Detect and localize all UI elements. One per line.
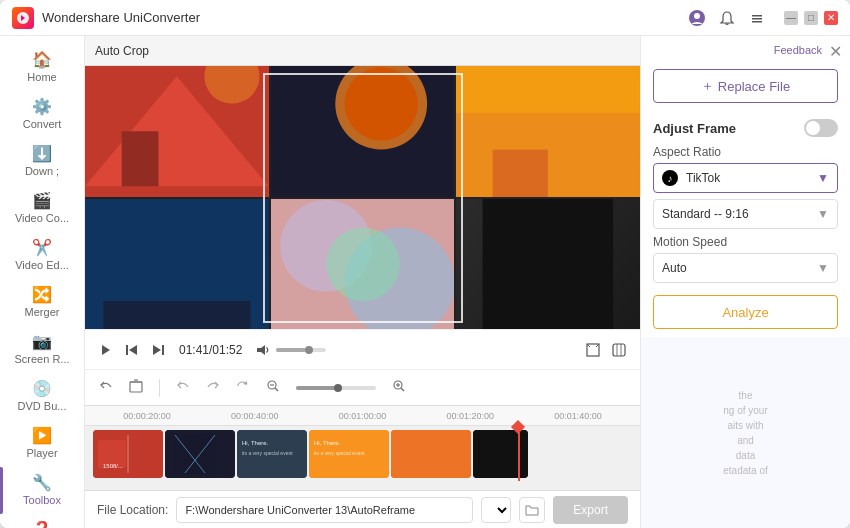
svg-text:its a very special event: its a very special event (314, 450, 365, 456)
aspect-ratio-dropdown[interactable]: ♪ TikTok ▼ (653, 163, 838, 193)
file-path-input[interactable] (176, 497, 473, 523)
merger-icon: 🔀 (32, 287, 52, 303)
play-button[interactable] (97, 341, 115, 359)
redo-button[interactable] (202, 377, 224, 398)
player-controls: 01:41/01:52 (85, 329, 640, 369)
sidebar-item-screen-rec-label: Screen R... (14, 353, 69, 365)
svg-marker-28 (257, 345, 265, 355)
ruler-mark-3: 00:01:00:00 (309, 411, 417, 421)
svg-marker-27 (153, 345, 161, 355)
aspect-ratio-sub-value: Standard -- 9:16 (662, 207, 749, 221)
ruler-mark-1: 00:00:20:00 (93, 411, 201, 421)
volume-button[interactable] (254, 341, 272, 359)
app-window: Wondershare UniConverter (0, 0, 850, 528)
menu-icon[interactable] (746, 7, 768, 29)
zoom-thumb (334, 384, 342, 392)
sidebar-item-download[interactable]: ⬇️ Down ; (0, 138, 84, 185)
aspect-ratio-sub-dropdown[interactable]: Standard -- 9:16 ▼ (653, 199, 838, 229)
timeline-area[interactable]: 00:00:20:00 00:00:40:00 00:01:00:00 00:0… (85, 405, 640, 490)
motion-speed-dropdown[interactable]: Auto ▼ (653, 253, 838, 283)
svg-text:Hi, There.: Hi, There. (314, 440, 341, 446)
sidebar-item-video-edit[interactable]: ✂️ Video Ed... (0, 232, 84, 279)
adjust-frame-toggle[interactable] (804, 119, 838, 137)
zoom-in-button[interactable] (388, 377, 410, 398)
folder-button[interactable] (519, 497, 545, 523)
sidebar-item-video-compress-label: Video Co... (15, 212, 69, 224)
sidebar-item-toolbox[interactable]: 🔧 Toolbox (0, 467, 84, 514)
sidebar-item-dvd[interactable]: 💿 DVD Bu... (0, 373, 84, 420)
svg-text:its a very special event: its a very special event (242, 450, 293, 456)
svg-rect-35 (130, 382, 142, 392)
volume-area (254, 341, 326, 359)
video-cell-6 (456, 199, 640, 330)
analyze-button[interactable]: Analyze (653, 295, 838, 329)
maximize-button[interactable]: □ (804, 11, 818, 25)
player-icon: ▶️ (32, 428, 52, 444)
close-button[interactable]: ✕ (824, 11, 838, 25)
track-thumb-1[interactable]: 1508/... (93, 430, 163, 478)
sidebar-item-home[interactable]: 🏠 Home (0, 44, 84, 91)
svg-rect-24 (126, 345, 128, 355)
ruler-mark-4: 00:01:20:00 (416, 411, 524, 421)
svg-rect-60 (391, 430, 471, 478)
ruler-mark-2: 00:00:40:00 (201, 411, 309, 421)
delete-button[interactable] (125, 377, 147, 398)
track-thumb-4[interactable]: Hi, There. its a very special event (309, 430, 389, 478)
sidebar-item-download-label: Down ; (25, 165, 59, 177)
svg-rect-26 (162, 345, 164, 355)
motion-speed-value: Auto (662, 261, 687, 275)
replace-file-button[interactable]: ＋ Replace File (653, 69, 838, 103)
zoom-out-button[interactable] (262, 377, 284, 398)
file-path-dropdown[interactable] (481, 497, 511, 523)
timeline-toolbar (85, 369, 640, 405)
svg-line-41 (275, 388, 278, 391)
ruler-mark-5: 00:01:40:00 (524, 411, 632, 421)
svg-rect-4 (752, 18, 762, 20)
sidebar-item-screen-rec[interactable]: 📷 Screen R... (0, 326, 84, 373)
track-thumb-2[interactable] (165, 430, 235, 478)
refresh-timeline-button[interactable] (232, 377, 254, 398)
aspect-ratio-sub-arrow: ▼ (817, 207, 829, 221)
track-thumb-3[interactable]: Hi, There. its a very special event (237, 430, 307, 478)
minimize-button[interactable]: — (784, 11, 798, 25)
svg-rect-8 (122, 131, 159, 186)
user-icon[interactable] (686, 7, 708, 29)
zoom-fill (296, 386, 336, 390)
help-icon: ❓ (32, 522, 52, 528)
home-icon: 🏠 (32, 52, 52, 68)
undo-move-button[interactable] (95, 377, 117, 398)
svg-rect-5 (752, 21, 762, 23)
zoom-bar[interactable] (296, 386, 376, 390)
undo-button[interactable] (172, 377, 194, 398)
bg-text-6: etadata of (723, 465, 767, 476)
adjust-frame-label: Adjust Frame (653, 121, 736, 136)
screen-rec-icon: 📷 (32, 334, 52, 350)
sidebar-item-player[interactable]: ▶️ Player (0, 420, 84, 467)
volume-bar[interactable] (276, 348, 326, 352)
fullscreen-button[interactable] (584, 341, 602, 359)
sidebar-item-help[interactable]: ❓ (0, 514, 84, 528)
svg-rect-15 (493, 150, 548, 197)
sidebar-item-video-compress[interactable]: 🎬 Video Co... (0, 185, 84, 232)
feedback-link[interactable]: Feedback (774, 44, 822, 56)
svg-point-2 (694, 13, 700, 19)
sidebar-item-merger[interactable]: 🔀 Merger (0, 279, 84, 326)
video-cell-1 (85, 66, 269, 197)
svg-rect-3 (752, 15, 762, 17)
adjust-frame-section: Adjust Frame Aspect Ratio ♪ TikTok ▼ Sta… (641, 111, 850, 337)
video-area (85, 66, 640, 329)
main-layout: 🏠 Home ⚙️ Convert ⬇️ Down ; 🎬 Video Co..… (0, 36, 850, 528)
sidebar-item-convert[interactable]: ⚙️ Convert (0, 91, 84, 138)
motion-speed-label: Motion Speed (653, 235, 838, 249)
convert-icon: ⚙️ (32, 99, 52, 115)
bell-icon[interactable] (716, 7, 738, 29)
file-bar: File Location: Export (85, 490, 640, 528)
prev-button[interactable] (123, 341, 141, 359)
export-button[interactable]: Export (553, 496, 628, 524)
crop-view-button[interactable] (610, 341, 628, 359)
video-cell-3 (456, 66, 640, 197)
panel-close-button[interactable]: ✕ (829, 42, 842, 61)
crop-title: Auto Crop (95, 44, 630, 58)
next-button[interactable] (149, 341, 167, 359)
track-thumb-5[interactable] (391, 430, 471, 478)
